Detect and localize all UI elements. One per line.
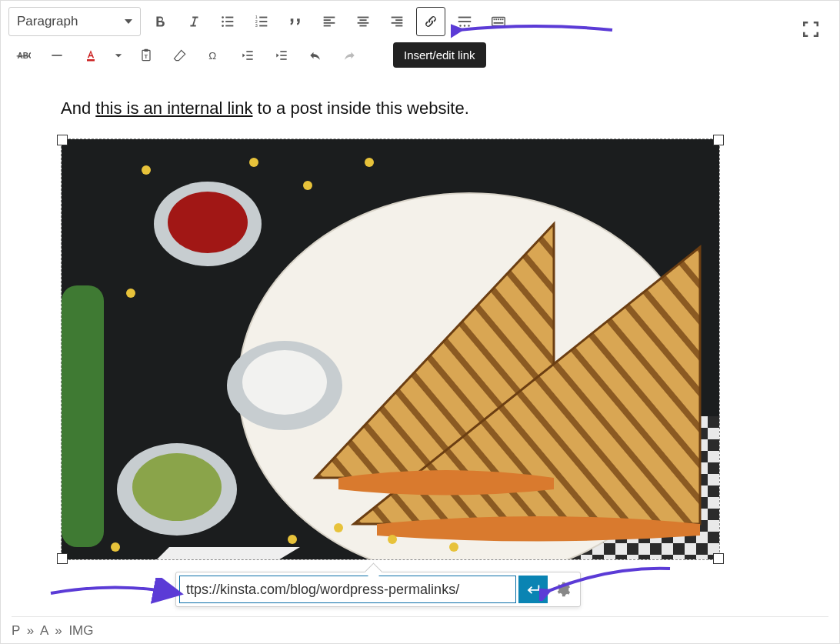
svg-rect-45	[246, 55, 252, 56]
link-url-input[interactable]	[179, 576, 516, 603]
horizontal-rule-button[interactable]	[42, 41, 72, 70]
image-placeholder	[62, 139, 719, 559]
resize-handle-br[interactable]	[713, 553, 724, 564]
outdent-button[interactable]	[233, 41, 262, 70]
align-center-button[interactable]	[348, 7, 378, 36]
svg-rect-22	[392, 22, 403, 24]
svg-point-66	[132, 453, 222, 521]
clear-formatting-button[interactable]	[165, 41, 195, 70]
eraser-icon	[172, 48, 188, 63]
svg-rect-30	[494, 18, 495, 20]
enter-icon	[525, 581, 542, 598]
redo-button[interactable]	[335, 41, 364, 70]
svg-text:T: T	[145, 53, 148, 60]
svg-rect-41	[145, 49, 148, 52]
link-options-button[interactable]	[548, 576, 577, 603]
svg-rect-10	[259, 21, 267, 22]
svg-point-0	[222, 16, 224, 18]
svg-marker-78	[146, 547, 300, 559]
undo-icon	[308, 48, 323, 63]
text-color-button[interactable]	[76, 41, 105, 70]
quote-icon	[287, 13, 304, 30]
caret-down-icon	[111, 48, 126, 63]
svg-rect-18	[358, 22, 369, 24]
keyboard-icon	[490, 13, 507, 30]
align-left-button[interactable]	[315, 7, 344, 36]
clipboard-icon: T	[138, 48, 154, 63]
editor-content[interactable]: And this is an internal link to a post i…	[1, 70, 839, 560]
svg-point-62	[168, 192, 248, 253]
link-icon	[422, 13, 439, 30]
selected-image[interactable]	[61, 138, 720, 560]
resize-handle-bl[interactable]	[57, 553, 68, 564]
annotation-arrow-input	[47, 578, 185, 609]
indent-button[interactable]	[267, 41, 296, 70]
blockquote-button[interactable]	[281, 7, 310, 36]
italic-icon	[185, 13, 202, 30]
svg-rect-67	[62, 285, 104, 547]
special-character-button[interactable]: Ω	[199, 41, 228, 70]
svg-rect-31	[495, 18, 497, 20]
outdent-icon	[240, 48, 255, 63]
svg-rect-12	[324, 17, 335, 18]
fullscreen-button[interactable]	[799, 18, 822, 41]
numbered-list-button[interactable]: 123	[247, 7, 276, 36]
svg-point-1	[222, 21, 224, 23]
numbered-list-icon: 123	[253, 13, 270, 30]
svg-point-68	[142, 165, 151, 175]
resize-handle-tr[interactable]	[713, 135, 724, 145]
svg-rect-19	[359, 25, 366, 27]
bullet-list-icon	[219, 13, 236, 30]
svg-rect-11	[259, 25, 267, 27]
italic-button[interactable]	[179, 7, 208, 36]
svg-rect-29	[492, 18, 505, 26]
internal-link[interactable]: this is an internal link	[95, 98, 252, 118]
svg-point-76	[388, 535, 397, 544]
path-seg-a[interactable]: A	[40, 623, 48, 638]
align-left-icon	[321, 13, 338, 30]
content-paragraph[interactable]: And this is an internal link to a post i…	[61, 98, 779, 118]
path-sep: »	[27, 623, 34, 638]
path-sep: »	[55, 623, 62, 638]
format-dropdown[interactable]: Paragraph	[8, 7, 141, 36]
gear-icon	[554, 581, 571, 598]
tooltip: Insert/edit link	[393, 42, 486, 68]
svg-rect-38	[52, 55, 62, 56]
align-right-button[interactable]	[382, 7, 412, 36]
resize-handle-tl[interactable]	[57, 135, 68, 145]
svg-rect-3	[225, 17, 233, 18]
toolbar-toggle-button[interactable]	[484, 7, 513, 36]
svg-text:Ω: Ω	[208, 50, 216, 62]
undo-button[interactable]	[301, 41, 330, 70]
bold-button[interactable]	[145, 7, 175, 36]
path-seg-img[interactable]: IMG	[68, 623, 93, 638]
apply-link-button[interactable]	[518, 576, 548, 603]
svg-rect-39	[87, 59, 95, 62]
toolbar-row-1: Paragraph 123	[8, 7, 832, 36]
svg-rect-33	[500, 18, 502, 20]
read-more-button[interactable]	[450, 7, 479, 36]
svg-rect-5	[225, 25, 233, 27]
paste-text-button[interactable]: T	[132, 41, 161, 70]
strikethrough-button[interactable]: ABC	[8, 41, 38, 70]
svg-point-74	[288, 535, 297, 544]
svg-rect-44	[246, 51, 252, 52]
bold-icon	[152, 13, 168, 30]
read-more-icon	[456, 13, 473, 30]
svg-rect-47	[280, 51, 286, 52]
text-prefix: And	[61, 98, 95, 118]
hr-icon	[49, 48, 65, 63]
svg-point-72	[126, 289, 135, 298]
svg-point-64	[242, 350, 327, 415]
svg-point-28	[468, 25, 469, 26]
bullet-list-button[interactable]	[213, 7, 242, 36]
insert-link-button[interactable]	[416, 7, 445, 36]
path-seg-p[interactable]: P	[12, 623, 20, 638]
svg-rect-48	[280, 55, 286, 56]
indent-icon	[274, 48, 289, 63]
svg-rect-14	[324, 22, 335, 24]
svg-rect-25	[458, 21, 472, 22]
text-color-dropdown[interactable]	[110, 41, 127, 70]
caret-down-icon	[125, 19, 132, 24]
text-suffix: to a post inside this website.	[252, 98, 468, 118]
